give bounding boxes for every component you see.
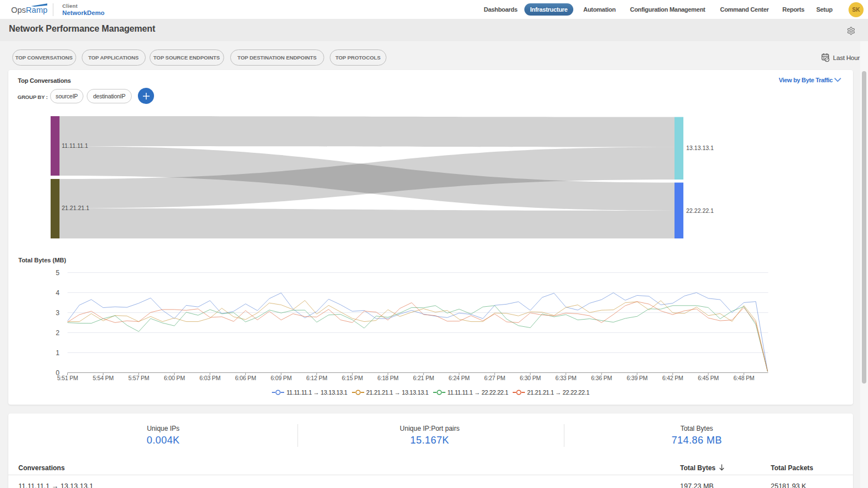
svg-text:6:18 PM: 6:18 PM <box>378 375 399 381</box>
svg-text:13.13.13.1: 13.13.13.1 <box>686 145 714 151</box>
svg-text:22.22.22.1: 22.22.22.1 <box>686 207 714 214</box>
svg-text:6:48 PM: 6:48 PM <box>733 375 755 381</box>
svg-text:6:39 PM: 6:39 PM <box>627 375 648 381</box>
svg-text:4: 4 <box>56 289 59 297</box>
svg-text:6:36 PM: 6:36 PM <box>591 375 612 381</box>
svg-text:6:15 PM: 6:15 PM <box>342 375 363 381</box>
svg-text:5: 5 <box>56 269 59 277</box>
svg-text:21.21.21.1: 21.21.21.1 <box>62 205 90 211</box>
svg-text:6:30 PM: 6:30 PM <box>520 375 541 381</box>
svg-text:6:12 PM: 6:12 PM <box>306 375 328 381</box>
svg-text:Ops: Ops <box>11 6 26 14</box>
svg-text:3: 3 <box>56 309 59 317</box>
svg-text:5:57 PM: 5:57 PM <box>128 375 150 381</box>
svg-text:6:42 PM: 6:42 PM <box>662 375 683 381</box>
svg-text:6:00 PM: 6:00 PM <box>164 375 185 381</box>
svg-text:6:27 PM: 6:27 PM <box>484 375 505 381</box>
svg-text:6:06 PM: 6:06 PM <box>235 375 256 381</box>
svg-text:2: 2 <box>56 329 59 337</box>
svg-text:Ramp: Ramp <box>26 6 48 14</box>
svg-text:6:33 PM: 6:33 PM <box>555 375 577 381</box>
svg-text:6:45 PM: 6:45 PM <box>698 375 719 381</box>
svg-text:6:21 PM: 6:21 PM <box>413 375 434 381</box>
svg-text:5:54 PM: 5:54 PM <box>93 375 114 381</box>
svg-text:6:09 PM: 6:09 PM <box>271 375 292 381</box>
svg-text:1: 1 <box>56 349 59 357</box>
svg-text:6:03 PM: 6:03 PM <box>200 375 221 381</box>
svg-text:5:51 PM: 5:51 PM <box>57 375 78 381</box>
svg-text:6:24 PM: 6:24 PM <box>449 375 470 381</box>
svg-text:11.11.11.1: 11.11.11.1 <box>62 142 88 149</box>
